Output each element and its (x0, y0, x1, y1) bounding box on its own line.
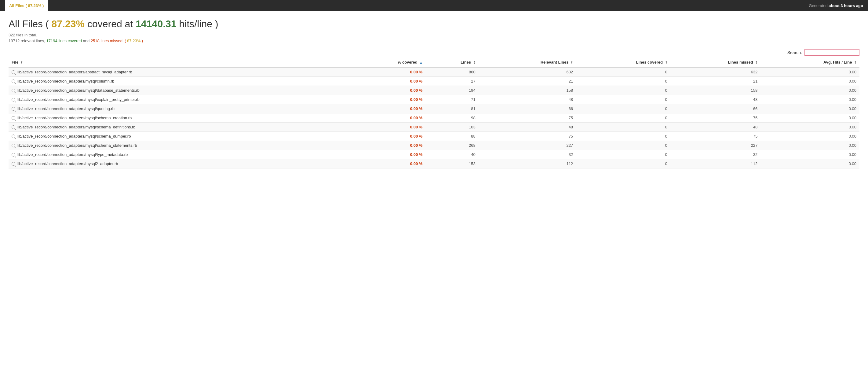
col-lines-missed[interactable]: Lines missed ⇕ (671, 58, 761, 67)
lines-missed: 158 (671, 86, 761, 95)
avg-hits: 0.00 (761, 141, 860, 150)
stats-prefix: 19712 relevant lines, (8, 38, 46, 43)
heading-hits: 14140.31 (135, 18, 176, 29)
file-cell[interactable]: lib/active_record/connection_adapters/my… (8, 123, 347, 132)
col-relevant-lines[interactable]: Relevant Lines ⇕ (478, 58, 576, 67)
generated-time: about 3 hours ago (829, 3, 863, 8)
pct-covered: 0.00 % (347, 95, 426, 104)
search-icon (11, 98, 15, 102)
stats-line2: 19712 relevant lines, 17194 lines covere… (8, 38, 860, 43)
lines-missed: 48 (671, 95, 761, 104)
avg-hits: 0.00 (761, 95, 860, 104)
avg-hits: 0.00 (761, 86, 860, 95)
file-name: lib/active_record/connection_adapters/my… (18, 143, 137, 148)
sort-arrow-pct: ▲ (419, 61, 423, 64)
lines-missed: 227 (671, 141, 761, 150)
table-row[interactable]: lib/active_record/connection_adapters/my… (8, 113, 860, 123)
covered-count: 17194 lines covered (46, 38, 82, 43)
search-icon (11, 125, 15, 129)
lines-count: 194 (426, 86, 478, 95)
file-cell[interactable]: lib/active_record/connection_adapters/my… (8, 77, 347, 86)
search-icon (11, 144, 15, 147)
relevant-lines: 32 (478, 150, 576, 159)
sort-arrow-file: ⇕ (21, 61, 23, 64)
file-cell[interactable]: lib/active_record/connection_adapters/my… (8, 113, 347, 122)
avg-hits: 0.00 (761, 77, 860, 86)
table-row[interactable]: lib/active_record/connection_adapters/my… (8, 86, 860, 95)
sort-arrow-covered: ⇕ (665, 61, 667, 64)
lines-count: 103 (426, 123, 478, 132)
pct-covered: 0.00 % (347, 86, 426, 95)
relevant-lines: 48 (478, 95, 576, 104)
lines-count: 268 (426, 141, 478, 150)
relevant-lines: 112 (478, 159, 576, 169)
file-cell[interactable]: lib/active_record/connection_adapters/ab… (8, 67, 347, 77)
file-cell[interactable]: lib/active_record/connection_adapters/my… (8, 104, 347, 113)
avg-hits: 0.00 (761, 104, 860, 113)
pct-covered: 0.00 % (347, 77, 426, 86)
relevant-lines: 21 (478, 77, 576, 86)
relevant-lines: 227 (478, 141, 576, 150)
lines-missed: 48 (671, 123, 761, 132)
col-lines-covered[interactable]: Lines covered ⇕ (576, 58, 671, 67)
lines-count: 81 (426, 104, 478, 113)
lines-covered: 0 (576, 141, 671, 150)
file-cell[interactable]: lib/active_record/connection_adapters/my… (8, 86, 347, 95)
generated-text: Generated (809, 3, 827, 8)
table-row[interactable]: lib/active_record/connection_adapters/my… (8, 159, 860, 169)
col-lines[interactable]: Lines ⇕ (426, 58, 478, 67)
table-row[interactable]: lib/active_record/connection_adapters/my… (8, 123, 860, 132)
col-avg-hits[interactable]: Avg. Hits / Line ⇕ (761, 58, 860, 67)
col-pct-covered[interactable]: % covered ▲ (347, 58, 426, 67)
pct-covered: 0.00 % (347, 150, 426, 159)
lines-covered: 0 (576, 104, 671, 113)
lines-count: 153 (426, 159, 478, 169)
lines-count: 40 (426, 150, 478, 159)
search-input[interactable] (804, 49, 860, 56)
table-row[interactable]: lib/active_record/connection_adapters/my… (8, 95, 860, 104)
search-bar: Search: (8, 49, 860, 56)
lines-missed: 75 (671, 113, 761, 123)
table-header: File ⇕ % covered ▲ Lines ⇕ Relevant Line… (8, 58, 860, 67)
avg-hits: 0.00 (761, 150, 860, 159)
file-name: lib/active_record/connection_adapters/my… (18, 97, 140, 102)
file-name: lib/active_record/connection_adapters/my… (18, 162, 118, 166)
lines-count: 860 (426, 67, 478, 77)
col-file[interactable]: File ⇕ (8, 58, 347, 67)
lines-missed: 75 (671, 132, 761, 141)
search-icon (11, 80, 15, 83)
heading-prefix: All Files ( (8, 18, 51, 29)
avg-hits: 0.00 (761, 159, 860, 169)
avg-hits: 0.00 (761, 67, 860, 77)
file-name: lib/active_record/connection_adapters/my… (18, 152, 128, 157)
file-cell[interactable]: lib/active_record/connection_adapters/my… (8, 95, 347, 104)
lines-missed: 32 (671, 150, 761, 159)
table-row[interactable]: lib/active_record/connection_adapters/my… (8, 77, 860, 86)
avg-hits: 0.00 (761, 132, 860, 141)
table-row[interactable]: lib/active_record/connection_adapters/my… (8, 132, 860, 141)
sort-arrow-missed: ⇕ (755, 61, 757, 64)
file-name: lib/active_record/connection_adapters/my… (18, 125, 135, 129)
file-cell[interactable]: lib/active_record/connection_adapters/my… (8, 132, 347, 141)
file-cell[interactable]: lib/active_record/connection_adapters/my… (8, 150, 347, 159)
table-row[interactable]: lib/active_record/connection_adapters/ab… (8, 67, 860, 77)
search-icon (11, 116, 15, 120)
all-files-tab[interactable]: All Files ( 87.23% ) (5, 0, 48, 11)
lines-covered: 0 (576, 150, 671, 159)
table-row[interactable]: lib/active_record/connection_adapters/my… (8, 104, 860, 113)
lines-covered: 0 (576, 95, 671, 104)
topbar: All Files ( 87.23% ) Generated about 3 h… (0, 0, 868, 11)
table-row[interactable]: lib/active_record/connection_adapters/my… (8, 150, 860, 159)
pct-covered: 0.00 % (347, 67, 426, 77)
table-row[interactable]: lib/active_record/connection_adapters/my… (8, 141, 860, 150)
lines-missed: 66 (671, 104, 761, 113)
relevant-lines: 632 (478, 67, 576, 77)
search-icon (11, 153, 15, 156)
file-cell[interactable]: lib/active_record/connection_adapters/my… (8, 159, 347, 168)
pct-covered: 0.00 % (347, 104, 426, 113)
lines-covered: 0 (576, 159, 671, 169)
missed-count: 2518 lines missed. ( 87.23% ) (91, 38, 143, 43)
relevant-lines: 66 (478, 104, 576, 113)
search-icon (11, 162, 15, 166)
file-cell[interactable]: lib/active_record/connection_adapters/my… (8, 141, 347, 150)
